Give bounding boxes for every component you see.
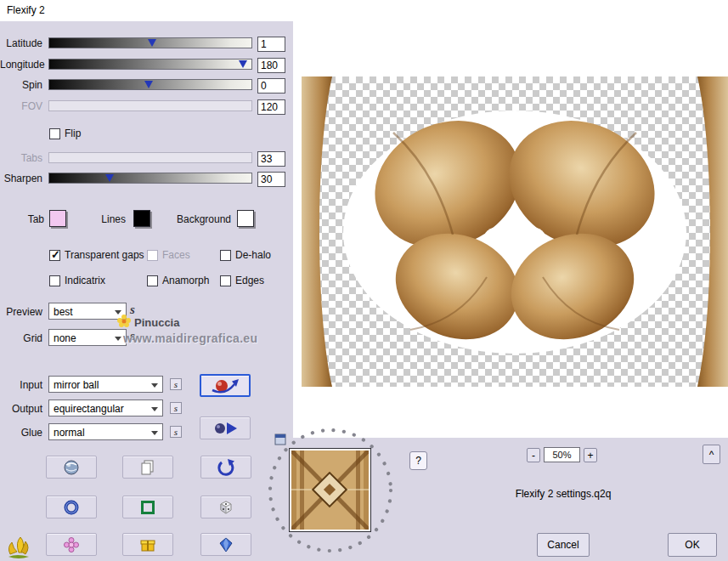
copy-icon	[140, 459, 155, 476]
flip-cell: Flip	[49, 127, 81, 140]
settings-thumbnail[interactable]	[289, 448, 371, 532]
corner-flower-icon	[5, 534, 32, 559]
render-button[interactable]	[200, 374, 251, 397]
grid-select[interactable]: none	[48, 329, 127, 346]
gift-button[interactable]	[122, 533, 173, 556]
longitude-value-input[interactable]	[257, 58, 285, 73]
grid-select-value: none	[54, 332, 76, 344]
dehalo-checkbox[interactable]	[220, 250, 231, 261]
lines-color-label: Lines	[83, 213, 126, 225]
pink-flower-icon	[63, 536, 80, 553]
cancel-button[interactable]: Cancel	[537, 533, 590, 557]
longitude-label: Longitude	[0, 59, 42, 71]
longitude-slider[interactable]	[48, 59, 252, 70]
zoom-in-button[interactable]: +	[584, 448, 597, 462]
fov-slider	[48, 100, 252, 111]
planet-icon	[63, 459, 80, 476]
glue-s-button[interactable]: s	[170, 426, 182, 438]
preview-panel	[293, 21, 728, 438]
gem-button[interactable]	[200, 533, 251, 556]
faces-cell: Faces	[147, 248, 190, 262]
preview-image	[302, 76, 728, 387]
flip-checkbox[interactable]	[49, 128, 60, 139]
tab-color-swatch[interactable]	[49, 210, 66, 227]
color-row: Tab Lines Background	[0, 211, 293, 228]
ok-button[interactable]: OK	[668, 533, 717, 557]
ok-label: OK	[685, 539, 699, 551]
planet-button[interactable]	[46, 456, 97, 479]
glue-select-label: Glue	[0, 427, 42, 439]
ring-button[interactable]	[46, 496, 97, 518]
mini-save-icon[interactable]	[274, 434, 286, 445]
longitude-slider-thumb[interactable]	[239, 60, 247, 68]
indicatrix-checkbox[interactable]	[49, 275, 60, 286]
anamorph-checkbox[interactable]	[147, 275, 158, 286]
latitude-slider[interactable]	[48, 37, 252, 48]
spin-slider-thumb[interactable]	[144, 81, 153, 88]
tabs-slider	[48, 152, 252, 163]
input-select[interactable]: mirror ball	[48, 376, 163, 393]
latitude-value-input[interactable]	[257, 37, 285, 52]
zoom-level-value: 50%	[552, 450, 571, 460]
undo-arrow-icon	[217, 459, 235, 476]
sharpen-slider[interactable]	[48, 173, 252, 184]
edges-cell: Edges	[220, 274, 264, 287]
randomize-button[interactable]	[200, 496, 251, 518]
dehalo-label: De-halo	[235, 249, 271, 261]
transparent-gaps-checkbox[interactable]	[49, 250, 60, 261]
fov-value-input[interactable]	[257, 99, 285, 115]
settings-thumbnail-image	[291, 450, 369, 530]
flexify-2-dialog: Flexify 2	[0, 0, 728, 561]
blue-gem-icon	[217, 536, 234, 553]
preview-select-value: best	[54, 306, 73, 318]
longitude-row: Longitude	[0, 58, 293, 75]
output-s-button[interactable]: s	[170, 402, 182, 414]
zoom-out-button[interactable]: -	[527, 448, 540, 462]
tabs-value-input[interactable]	[257, 151, 285, 167]
scroll-up-icon: ^	[709, 449, 714, 461]
window-title: Flexify 2	[7, 4, 45, 16]
flower-button[interactable]	[46, 533, 97, 556]
sharpen-label: Sharpen	[0, 173, 42, 184]
fov-row: FOV	[0, 99, 293, 116]
spin-row: Spin	[0, 78, 293, 95]
glue-select[interactable]: normal	[48, 423, 163, 440]
sphere-arrow-icon	[211, 377, 240, 394]
glue-select-value: normal	[54, 427, 85, 439]
latitude-slider-thumb[interactable]	[148, 39, 156, 47]
apply-glue-button[interactable]	[200, 416, 251, 439]
tabs-label: Tabs	[0, 152, 42, 164]
preview-select[interactable]: best	[48, 303, 127, 320]
latitude-row: Latitude	[0, 37, 293, 54]
input-select-value: mirror ball	[54, 379, 99, 391]
zoom-level: 50%	[544, 447, 580, 462]
cancel-label: Cancel	[547, 539, 578, 551]
settings-filename: Flexify 2 settings.q2q	[478, 488, 648, 500]
tab-color-label: Tab	[0, 213, 44, 225]
output-select-value: equirectangular	[54, 403, 124, 415]
output-select[interactable]: equirectangular	[48, 400, 163, 416]
scroll-up-button[interactable]: ^	[703, 445, 720, 464]
spin-value-input[interactable]	[257, 78, 285, 94]
spin-label: Spin	[0, 79, 42, 91]
edges-checkbox[interactable]	[220, 275, 231, 286]
ball-play-icon	[211, 420, 240, 437]
ring-icon	[63, 499, 80, 516]
help-button[interactable]: ?	[409, 451, 427, 470]
input-select-label: Input	[0, 379, 42, 391]
background-color-swatch[interactable]	[237, 210, 254, 227]
copy-button[interactable]	[122, 456, 173, 479]
lines-color-swatch[interactable]	[133, 210, 150, 227]
faces-checkbox	[147, 250, 158, 261]
input-s-button[interactable]: s	[170, 378, 182, 390]
flip-label: Flip	[65, 128, 81, 139]
edges-label: Edges	[235, 275, 264, 286]
sharpen-value-input[interactable]	[257, 172, 285, 187]
output-select-row: Output equirectangular s	[0, 400, 293, 416]
green-square-icon	[139, 499, 156, 516]
undo-button[interactable]	[200, 456, 251, 479]
spin-slider[interactable]	[48, 79, 252, 90]
sharpen-slider-thumb[interactable]	[105, 174, 114, 182]
watermark-site: www.maidiregrafica.eu	[123, 332, 257, 345]
frame-button[interactable]	[122, 496, 173, 518]
